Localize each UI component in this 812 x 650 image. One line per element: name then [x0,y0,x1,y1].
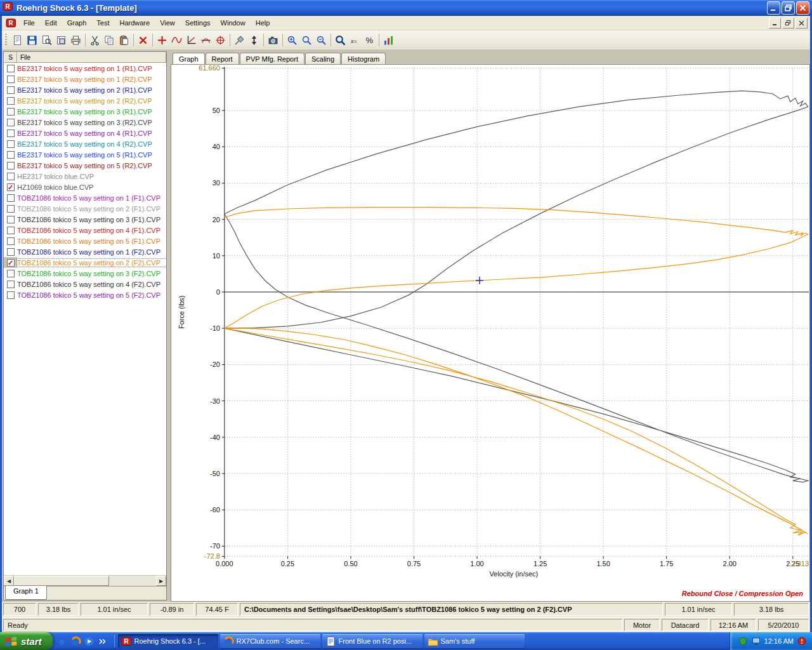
file-checkbox[interactable] [7,86,15,94]
mdi-close-button[interactable] [796,18,808,29]
taskbar-button-firefox[interactable]: RX7Club.com - Searc... [220,634,320,648]
graph-axes-button[interactable] [184,33,199,47]
test-probe-button[interactable] [232,33,247,47]
file-checkbox[interactable]: ✓ [7,259,15,267]
file-checkbox[interactable] [7,162,15,169]
print-button[interactable] [69,33,83,47]
tray-icon-display[interactable] [751,636,761,646]
new-file-button[interactable] [10,33,25,47]
file-checkbox[interactable] [7,291,15,299]
file-checkbox[interactable] [7,205,15,213]
file-name[interactable]: BE2317 tokico 5 way setting on 5 (R1).CV… [17,151,166,159]
quicklaunch-chevron[interactable] [97,635,108,647]
file-checkbox[interactable] [7,65,15,72]
tray-icon-shield[interactable] [738,636,748,646]
file-name[interactable]: TOBZ1086 tokico 5 way setting on 3 (F1).… [17,216,166,223]
file-name[interactable]: BE2317 tokico 5 way setting on 1 (R2).CV… [17,76,166,83]
file-name[interactable]: BE2317 tokico 5 way setting on 4 (R2).CV… [17,140,166,148]
menu-file[interactable]: File [18,17,40,29]
file-checkbox[interactable] [7,140,15,148]
file-name[interactable]: BE2317 tokico 5 way setting on 4 (R1).CV… [17,129,166,137]
tray-icon-alert[interactable] [797,636,807,646]
file-checkbox[interactable] [7,108,15,116]
zoom-window-button[interactable] [299,33,314,47]
minimize-button[interactable] [767,1,780,15]
file-checkbox[interactable] [7,129,15,137]
file-checkbox[interactable] [7,97,15,105]
formula-button[interactable]: x= [348,33,362,47]
start-button[interactable]: start [0,632,53,650]
file-checkbox[interactable] [7,194,15,202]
column-header-file[interactable]: File [17,52,166,63]
file-name[interactable]: TOBZ1086 tokico 5 way setting on 2 (F1).… [17,205,166,213]
taskbar-button-folder[interactable]: Sam's stuff [424,634,525,648]
file-checkbox[interactable] [7,119,15,126]
crosshair-tool-button[interactable] [155,33,169,47]
file-checkbox[interactable] [7,151,15,159]
file-name[interactable]: TOBZ1086 tokico 5 way setting on 1 (F2).… [17,248,166,256]
toolbar-grip[interactable] [5,34,7,46]
mdi-minimize-button[interactable] [769,18,781,29]
taskbar-button-roehrig[interactable]: RRoehrig Shock 6.3 - [... [118,634,218,648]
file-name[interactable]: BE2317 tokico 5 way setting on 2 (R1).CV… [17,86,166,94]
menu-hardware[interactable]: Hardware [114,17,155,29]
graph-target-button[interactable] [213,33,228,47]
tab-pvp-mfg-report[interactable]: PVP Mfg. Report [240,53,304,64]
overlay-curves-button[interactable] [169,33,184,47]
file-name[interactable]: BE2317 tokico 5 way setting on 5 (R2).CV… [17,162,166,169]
scroll-right-button[interactable]: ▶ [156,576,166,586]
paste-button[interactable] [117,33,131,47]
menu-view[interactable]: View [155,17,180,29]
file-name[interactable]: TOBZ1086 tokico 5 way setting on 3 (F2).… [17,270,166,277]
zoom-in-button[interactable] [285,33,299,47]
graph-axis-horizontal-button[interactable] [199,33,213,47]
copy-button[interactable] [102,33,117,47]
save-button[interactable] [25,33,39,47]
delete-button[interactable] [136,33,150,47]
file-checkbox[interactable] [7,76,15,83]
scroll-thumb[interactable] [14,576,109,586]
file-checkbox[interactable] [7,281,15,288]
mdi-restore-button[interactable] [782,18,794,29]
column-header-select[interactable]: S [4,52,17,63]
menu-test[interactable]: Test [91,17,114,29]
zoom-extents-button[interactable] [333,33,348,47]
file-name[interactable]: BE2317 tokico 5 way setting on 2 (R2).CV… [17,97,166,105]
file-name[interactable]: HE2317 tokico blue.CVP [17,173,166,180]
file-name[interactable]: BE2317 tokico 5 way setting on 1 (R1).CV… [17,65,166,72]
file-checkbox[interactable]: ✓ [7,183,15,191]
print-preview-button[interactable] [39,33,54,47]
restore-button[interactable] [782,1,795,15]
menu-help[interactable]: Help [251,17,275,29]
quicklaunch-firefox[interactable] [70,635,82,647]
file-checkbox[interactable] [7,173,15,180]
zoom-out-button[interactable] [314,33,329,47]
quicklaunch-ie[interactable]: e [57,635,69,647]
percent-button[interactable]: % [362,33,377,47]
cut-button[interactable] [88,33,102,47]
tab-scaling[interactable]: Scaling [305,53,341,64]
file-checkbox[interactable] [7,237,15,245]
force-velocity-chart[interactable]: 61.66050403020100-10-20-30-40-50-60-70-7… [171,65,809,601]
file-name[interactable]: BE2317 tokico 5 way setting on 3 (R2).CV… [17,119,166,126]
close-button[interactable] [796,1,809,15]
file-name[interactable]: TOBZ1086 tokico 5 way setting on 2 (F2).… [17,259,166,267]
page-setup-button[interactable] [54,33,69,47]
tab-report[interactable]: Report [206,53,239,64]
taskbar-button-document[interactable]: Front Blue on R2 posi... [322,634,422,648]
menu-graph[interactable]: Graph [62,17,92,29]
file-name[interactable]: BE2317 tokico 5 way setting on 3 (R1).CV… [17,108,166,116]
file-name[interactable]: TOBZ1086 tokico 5 way setting on 4 (F2).… [17,281,166,288]
file-name[interactable]: HZ1069 tokico blue.CVP [17,183,166,191]
file-checkbox[interactable] [7,248,15,256]
tab-graph[interactable]: Graph [173,53,205,65]
file-name[interactable]: TOBZ1086 tokico 5 way setting on 5 (F2).… [17,291,166,299]
file-checkbox[interactable] [7,270,15,277]
menu-settings[interactable]: Settings [180,17,216,29]
menu-window[interactable]: Window [216,17,251,29]
snapshot-button[interactable] [266,33,280,47]
quicklaunch-media[interactable] [84,635,95,647]
chart-area[interactable]: 61.66050403020100-10-20-30-40-50-60-70-7… [171,64,810,602]
graph1-tab[interactable]: Graph 1 [5,586,47,600]
move-vertical-button[interactable] [247,33,261,47]
